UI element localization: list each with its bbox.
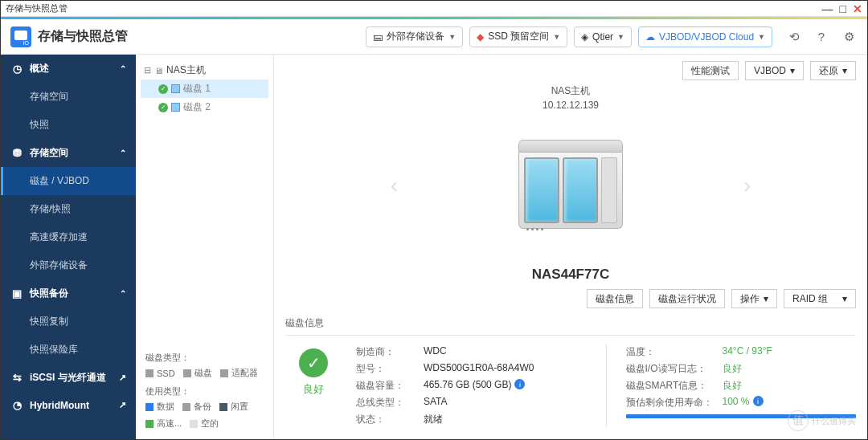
manufacturer-value: WDC (424, 345, 447, 359)
sidebar-item-snapshot[interactable]: 快照 (1, 111, 136, 139)
section-title-disk-info: 磁盘信息 (285, 316, 856, 330)
fiber-icon: ⇆ (10, 372, 23, 384)
legend-item: 高速... (145, 418, 182, 430)
smart-value: 良好 (723, 379, 742, 393)
tab-disk-health[interactable]: 磁盘运行状况 (649, 289, 725, 308)
status-ok-icon: ✓ (158, 84, 168, 94)
io-log-label: 磁盘I/O读写日志： (626, 362, 723, 376)
qtier-icon: ◈ (581, 31, 588, 43)
legend-usage-title: 使用类型： (145, 385, 264, 397)
watermark: 值什么值得买 (788, 410, 856, 431)
legend: 磁盘类型： SSD磁盘适配器 使用类型： 数据备份闲置高速...空的 (141, 340, 268, 433)
sidebar-group-overview[interactable]: ◷概述⌃ (1, 55, 136, 83)
device-name: NAS44F77C (285, 267, 856, 283)
life-value: 100 % (723, 396, 750, 409)
sidebar-item-cache-accel[interactable]: 高速缓存加速 (1, 223, 136, 251)
model-label: 型号： (356, 362, 424, 376)
io-log-value: 良好 (723, 362, 742, 376)
close-icon[interactable]: ✕ (853, 2, 862, 15)
status-ok-icon: ✓ (158, 103, 168, 112)
legend-item: 磁盘 (183, 367, 212, 379)
status-ok-icon: ✓ (299, 348, 328, 377)
model-value: WDS500G1R0A-68A4W0 (424, 362, 534, 376)
nas-device-graphic[interactable] (518, 140, 623, 232)
sidebar-group-snapshot-backup[interactable]: ▣快照备份⌃ (1, 279, 136, 308)
smart-label: 磁盘SMART信息： (626, 379, 723, 393)
collapse-icon: ⊟ (144, 65, 151, 75)
chevron-up-icon: ⌃ (120, 289, 126, 298)
chevron-down-icon: ▼ (553, 33, 560, 41)
tab-disk-info[interactable]: 磁盘信息 (587, 289, 643, 308)
chevron-down-icon: ▼ (617, 33, 624, 41)
bus-label: 总线类型： (356, 396, 424, 409)
capacity-value: 465.76 GB (500 GB) (424, 379, 511, 393)
legend-item: 闲置 (219, 401, 248, 413)
sidebar-group-storage[interactable]: ⛃存储空间⌃ (1, 139, 136, 167)
content-area: 性能测试 VJBOD▾ 还原▾ NAS主机 10.12.12.139 ‹ › N… (274, 55, 867, 439)
ssd-icon: ◆ (477, 31, 484, 43)
restore-dropdown[interactable]: 还原▾ (810, 61, 856, 80)
tree-disk-1[interactable]: ✓磁盘 1 (141, 79, 268, 98)
external-link-icon: ↗ (119, 400, 126, 410)
external-storage-button[interactable]: 🖴外部存储设备▼ (366, 26, 463, 47)
cloud-icon: ☁ (645, 31, 655, 43)
window-title: 存储与快照总管 (6, 2, 68, 14)
drive-icon: 🖴 (373, 31, 383, 43)
device-host-label: NAS主机 (285, 84, 856, 98)
disk-icon (171, 103, 180, 112)
capacity-label: 磁盘容量： (356, 379, 424, 393)
vjbod-cloud-button[interactable]: ☁VJBOD/VJBOD Cloud▼ (638, 26, 772, 47)
legend-item: 适配器 (220, 367, 258, 379)
sidebar-item-iscsi[interactable]: ⇆iSCSI 与光纤通道↗ (1, 364, 136, 392)
minimize-icon[interactable]: — (822, 2, 833, 15)
tab-operate[interactable]: 操作▾ (731, 289, 777, 308)
info-icon[interactable]: i (753, 396, 764, 406)
maximize-icon[interactable]: □ (840, 2, 846, 15)
perf-test-button[interactable]: 性能测试 (682, 61, 739, 80)
sidebar-item-disk-vjbod[interactable]: 磁盘 / VJBOD (1, 167, 136, 195)
tree-disk-2[interactable]: ✓磁盘 2 (141, 98, 268, 116)
chevron-down-icon: ▾ (790, 65, 795, 76)
app-title: 存储与快照总管 (38, 28, 128, 45)
prev-device-arrow[interactable]: ‹ (302, 157, 486, 214)
disk-status-text: 良好 (285, 382, 342, 397)
chevron-down-icon: ▼ (448, 33, 456, 41)
storage-icon: ⛃ (10, 147, 23, 159)
sidebar-item-snapshot-replica[interactable]: 快照复制 (1, 308, 136, 336)
sidebar: ◷概述⌃ 存储空间 快照 ⛃存储空间⌃ 磁盘 / VJBOD 存储/快照 高速缓… (1, 55, 136, 439)
sidebar-item-hybridmount[interactable]: ◔HybridMount↗ (1, 392, 136, 418)
ssd-reserve-button[interactable]: ◆SSD 预留空间▼ (469, 26, 567, 47)
device-host-ip: 10.12.12.139 (285, 98, 856, 112)
gauge-icon: ◷ (10, 63, 23, 75)
chevron-down-icon: ▾ (842, 293, 847, 304)
tree-host[interactable]: ⊟🖥NAS主机 (141, 61, 268, 79)
tab-raid-group[interactable]: RAID 组▾ (784, 289, 856, 308)
help-icon[interactable]: ? (813, 28, 830, 46)
vjbod-dropdown[interactable]: VJBOD▾ (745, 61, 804, 80)
disk-status: ✓ 良好 (285, 344, 342, 428)
device-header: NAS主机 10.12.12.139 (285, 84, 856, 112)
sidebar-item-storage-space[interactable]: 存储空间 (1, 83, 136, 111)
disk-tree: ⊟🖥NAS主机 ✓磁盘 1 ✓磁盘 2 磁盘类型： SSD磁盘适配器 使用类型：… (136, 55, 274, 439)
legend-item: 空的 (190, 418, 219, 430)
sidebar-item-storage-snapshot[interactable]: 存储/快照 (1, 195, 136, 223)
disk-icon (171, 84, 180, 93)
bay-2[interactable] (563, 157, 598, 223)
chevron-down-icon: ▾ (764, 293, 768, 304)
temp-label: 温度： (626, 345, 723, 359)
temp-value: 34°C / 93°F (723, 345, 772, 359)
settings-icon[interactable]: ⚙ (840, 28, 858, 46)
next-device-arrow[interactable]: › (655, 157, 839, 214)
chevron-up-icon: ⌃ (120, 64, 126, 73)
info-icon[interactable]: i (514, 379, 525, 389)
legend-item: 备份 (182, 401, 211, 413)
chevron-up-icon: ⌃ (120, 149, 126, 157)
sidebar-item-external-storage[interactable]: 外部存储设备 (1, 251, 136, 279)
bay-1[interactable] (524, 157, 559, 223)
sidebar-item-snapshot-vault[interactable]: 快照保险库 (1, 336, 136, 364)
watermark-icon: 值 (788, 410, 809, 431)
app-icon (10, 26, 31, 47)
state-label: 状态： (356, 413, 424, 426)
qtier-button[interactable]: ◈Qtier▼ (574, 26, 632, 47)
refresh-icon[interactable]: ⟲ (785, 28, 803, 46)
